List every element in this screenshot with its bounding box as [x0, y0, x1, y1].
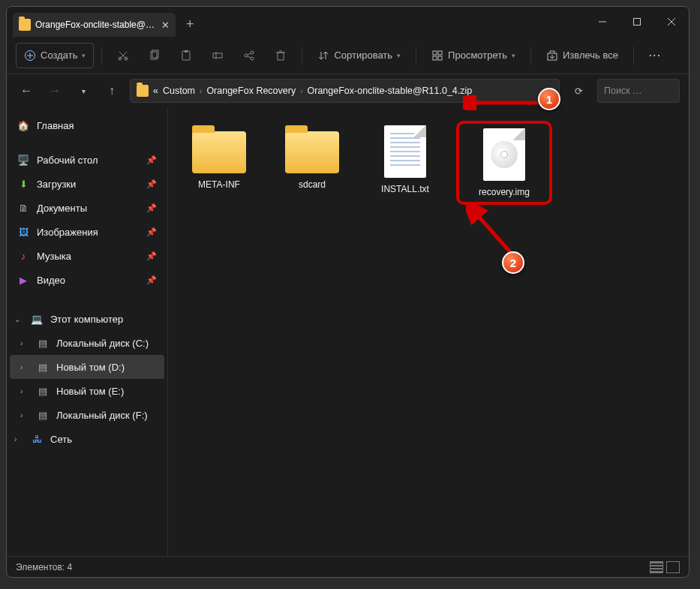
sidebar-drive-c[interactable]: › ▤ Локальный диск (C:)	[10, 331, 164, 355]
sidebar-label: Главная	[37, 120, 74, 131]
sidebar-drive-d[interactable]: › ▤ Новый том (D:)	[10, 355, 164, 379]
file-name: META-INF	[198, 179, 240, 190]
svg-rect-12	[185, 50, 188, 53]
file-item-folder[interactable]: sdcard	[270, 121, 354, 194]
sidebar-desktop[interactable]: 🖥️ Рабочий стол 📌	[10, 148, 164, 172]
annotation-callout-1: 1	[538, 88, 560, 110]
details-view-button[interactable]	[650, 561, 663, 573]
titlebar: OrangeFox-onclite-stable@R1 ✕ +	[7, 7, 689, 37]
cut-button[interactable]	[110, 43, 137, 68]
expand-icon[interactable]: ›	[20, 387, 23, 395]
share-button[interactable]	[236, 43, 263, 68]
paste-button[interactable]	[173, 43, 200, 68]
sidebar-label: Локальный диск (F:)	[56, 410, 148, 421]
svg-rect-25	[433, 51, 437, 55]
sidebar-home[interactable]: 🏠 Главная	[10, 113, 164, 137]
drive-icon: ▤	[37, 409, 49, 421]
maximize-button[interactable]	[620, 7, 654, 37]
forward-button[interactable]: →	[44, 84, 65, 98]
back-button[interactable]: ←	[16, 84, 37, 98]
sidebar-music[interactable]: ♪ Музыка 📌	[10, 244, 164, 268]
close-tab-icon[interactable]: ✕	[161, 20, 170, 31]
navbar: ← → ▾ ↑ « Custom › OrangeFox Recovery › …	[7, 74, 689, 107]
svg-rect-28	[438, 56, 442, 60]
file-item-text[interactable]: INSTALL.txt	[363, 121, 447, 199]
item-count: Элементов: 4	[16, 562, 72, 572]
sidebar-videos[interactable]: ▶ Видео 📌	[10, 268, 164, 292]
videos-icon: ▶	[17, 274, 29, 286]
minimize-button[interactable]	[585, 7, 620, 37]
close-button[interactable]	[654, 7, 689, 37]
refresh-button[interactable]: ⟳	[567, 86, 590, 97]
status-bar: Элементов: 4	[7, 556, 689, 577]
file-item-image[interactable]: recovery.img	[462, 127, 546, 199]
documents-icon: 🗎	[17, 202, 29, 214]
sort-button[interactable]: Сортировать ▾	[310, 43, 408, 68]
downloads-icon: ⬇	[17, 178, 29, 190]
expand-icon[interactable]: ›	[20, 363, 23, 371]
sidebar-label: Новый том (D:)	[56, 362, 125, 373]
create-button[interactable]: Создать ▾	[16, 43, 94, 68]
svg-rect-13	[213, 53, 222, 58]
pin-icon: 📌	[146, 179, 157, 189]
address-bar[interactable]: « Custom › OrangeFox Recovery › OrangeFo…	[130, 79, 560, 103]
breadcrumb-prefix: «	[153, 86, 158, 96]
breadcrumb-item[interactable]: OrangeFox Recovery	[206, 86, 296, 96]
expand-icon[interactable]: ›	[20, 339, 23, 347]
drive-icon: ▤	[37, 337, 49, 349]
delete-button[interactable]	[267, 43, 294, 68]
file-grid[interactable]: META-INF sdcard INSTALL.txt recovery.img	[168, 107, 689, 556]
text-file-icon	[384, 125, 426, 178]
expand-icon[interactable]: ›	[14, 435, 17, 443]
view-label: Просмотреть	[448, 50, 507, 61]
breadcrumb-item[interactable]: Custom	[163, 86, 195, 96]
rename-button[interactable]	[204, 43, 231, 68]
chevron-right-icon: ›	[300, 87, 302, 95]
expand-icon[interactable]: ›	[20, 411, 23, 419]
folder-icon	[285, 131, 339, 173]
network-icon: 🖧	[31, 433, 43, 445]
active-tab[interactable]: OrangeFox-onclite-stable@R1 ✕	[13, 13, 176, 37]
recent-button[interactable]: ▾	[73, 87, 94, 95]
folder-icon	[192, 131, 246, 173]
sidebar-label: Этот компьютер	[50, 314, 123, 325]
disk-image-icon	[483, 128, 525, 181]
more-button[interactable]: ···	[641, 43, 669, 68]
view-button[interactable]: Просмотреть ▾	[424, 43, 523, 68]
toolbar: Создать ▾ Сортировать ▾ Просмотреть ▾ Из…	[7, 37, 689, 74]
music-icon: ♪	[17, 250, 29, 262]
svg-rect-27	[433, 56, 437, 60]
sidebar-this-pc[interactable]: ⌄ 💻 Этот компьютер	[10, 307, 164, 331]
sidebar-pictures[interactable]: 🖼 Изображения 📌	[10, 220, 164, 244]
sidebar-documents[interactable]: 🗎 Документы 📌	[10, 196, 164, 220]
pictures-icon: 🖼	[17, 226, 29, 238]
chevron-right-icon: ›	[200, 87, 202, 95]
sidebar-drive-e[interactable]: › ▤ Новый том (E:)	[10, 379, 164, 403]
drive-icon: ▤	[37, 361, 49, 373]
sidebar-downloads[interactable]: ⬇ Загрузки 📌	[10, 172, 164, 196]
chevron-down-icon: ▾	[82, 52, 86, 59]
search-input[interactable]: Поиск …	[597, 79, 680, 103]
create-label: Создать	[41, 50, 77, 61]
chevron-down-icon: ▾	[512, 52, 515, 59]
svg-rect-26	[438, 51, 442, 55]
sort-label: Сортировать	[334, 50, 392, 61]
sidebar-label: Музыка	[37, 251, 71, 262]
up-button[interactable]: ↑	[101, 84, 122, 98]
copy-button[interactable]	[141, 43, 168, 68]
pin-icon: 📌	[146, 227, 157, 237]
sidebar-drive-f[interactable]: › ▤ Локальный диск (F:)	[10, 403, 164, 427]
breadcrumb-item[interactable]: OrangeFox-onclite-stable@R11.0_4.zip	[308, 86, 473, 96]
pin-icon: 📌	[146, 251, 157, 261]
icons-view-button[interactable]	[666, 561, 680, 573]
file-name: sdcard	[299, 179, 326, 190]
new-tab-button[interactable]: +	[186, 17, 194, 32]
extract-all-button[interactable]: Извлечь все	[539, 43, 626, 68]
tab-title: OrangeFox-onclite-stable@R1	[35, 20, 155, 30]
svg-line-18	[248, 53, 251, 55]
sidebar-network[interactable]: › 🖧 Сеть	[10, 427, 164, 451]
folder-icon	[137, 85, 149, 97]
file-item-folder[interactable]: META-INF	[177, 121, 261, 194]
desktop-icon: 🖥️	[17, 154, 29, 166]
collapse-icon[interactable]: ⌄	[14, 315, 20, 323]
